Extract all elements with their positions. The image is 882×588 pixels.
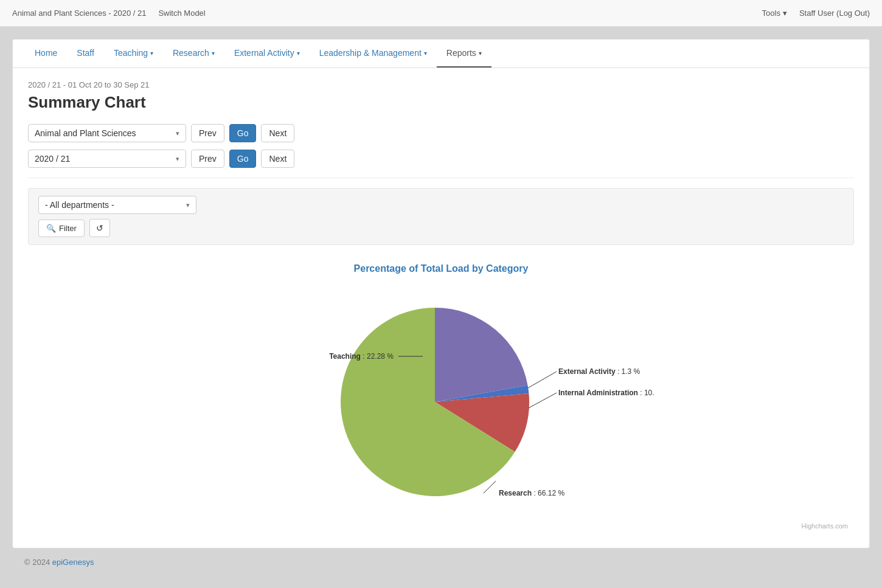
- filter-buttons-row: 🔍 Filter ↺: [38, 219, 844, 237]
- research-caret-icon: ▾: [212, 50, 215, 57]
- tab-teaching[interactable]: Teaching ▾: [104, 40, 163, 67]
- research-label: Research : 66.12 %: [499, 489, 564, 497]
- department-filter-row: Animal and Plant Sciences ▾ Prev Go Next: [28, 124, 854, 142]
- dept-prev-button[interactable]: Prev: [191, 124, 224, 142]
- footer: © 2024 epiGenesys: [12, 548, 870, 576]
- main-card: Home Staff Teaching ▾ Research ▾ Externa…: [12, 39, 870, 548]
- teaching-caret-icon: ▾: [150, 50, 153, 57]
- filter-button[interactable]: 🔍 Filter: [38, 220, 85, 237]
- top-bar-right: Tools ▾ Staff User (Log Out): [762, 9, 870, 18]
- teaching-label: Teaching : 22.28 %: [329, 352, 394, 361]
- tab-staff[interactable]: Staff: [67, 40, 104, 67]
- top-bar: Animal and Plant Sciences - 2020 / 21 Sw…: [0, 0, 882, 27]
- tab-reports[interactable]: Reports ▾: [437, 40, 491, 67]
- app-title: Animal and Plant Sciences - 2020 / 21: [12, 9, 146, 18]
- all-departments-select[interactable]: - All departments - ▾: [38, 196, 196, 214]
- switch-model-link[interactable]: Switch Model: [158, 9, 205, 18]
- highcharts-credit: Highcharts.com: [28, 522, 854, 530]
- internal-admin-label-line: [529, 393, 557, 408]
- department-select[interactable]: Animal and Plant Sciences ▾: [28, 124, 186, 142]
- dept-go-button[interactable]: Go: [229, 124, 257, 142]
- tab-leadership[interactable]: Leadership & Management ▾: [310, 40, 437, 67]
- brand-link[interactable]: epiGenesys: [52, 558, 94, 567]
- year-next-button[interactable]: Next: [261, 150, 294, 168]
- year-select-caret-icon: ▾: [176, 155, 179, 163]
- main-wrapper: Home Staff Teaching ▾ Research ▾ Externa…: [0, 27, 882, 588]
- search-icon: 🔍: [46, 224, 56, 233]
- year-go-button[interactable]: Go: [229, 150, 257, 168]
- chart-container: Teaching : 22.28 % External Activity : 1…: [28, 286, 854, 517]
- tools-button[interactable]: Tools ▾: [762, 9, 787, 18]
- page-title: Summary Chart: [28, 93, 854, 112]
- tools-caret-icon: ▾: [783, 9, 787, 18]
- reset-icon: ↺: [96, 223, 103, 233]
- tab-home[interactable]: Home: [25, 40, 67, 67]
- staff-user-button[interactable]: Staff User (Log Out): [799, 9, 870, 18]
- tab-external-activity[interactable]: External Activity ▾: [224, 40, 310, 67]
- nav-tabs: Home Staff Teaching ▾ Research ▾ Externa…: [13, 40, 869, 68]
- dept-select-caret-icon: ▾: [176, 130, 179, 137]
- leadership-caret-icon: ▾: [424, 50, 427, 57]
- all-dept-filter-row: - All departments - ▾: [38, 196, 844, 214]
- filter-section: - All departments - ▾ 🔍 Filter ↺: [28, 188, 854, 245]
- copyright-text: © 2024: [24, 558, 50, 567]
- tab-research[interactable]: Research ▾: [163, 40, 224, 67]
- reports-caret-icon: ▾: [479, 50, 482, 57]
- all-dept-caret-icon: ▾: [186, 201, 190, 209]
- divider: [28, 178, 854, 178]
- external-activity-label: External Activity : 1.3 %: [558, 367, 641, 376]
- top-bar-left: Animal and Plant Sciences - 2020 / 21 Sw…: [12, 9, 206, 18]
- internal-admin-label: Internal Administration : 10.3 %: [558, 389, 654, 397]
- research-label-line: [484, 481, 496, 493]
- chart-section: Percentage of Total Load by Category: [28, 257, 854, 536]
- date-range: 2020 / 21 - 01 Oct 20 to 30 Sep 21: [28, 80, 854, 89]
- external-caret-icon: ▾: [297, 50, 300, 57]
- content-area: 2020 / 21 - 01 Oct 20 to 30 Sep 21 Summa…: [13, 68, 869, 548]
- year-prev-button[interactable]: Prev: [191, 150, 224, 168]
- dept-next-button[interactable]: Next: [261, 124, 294, 142]
- year-select[interactable]: 2020 / 21 ▾: [28, 150, 186, 168]
- pie-chart-svg: Teaching : 22.28 % External Activity : 1…: [228, 286, 654, 505]
- chart-title: Percentage of Total Load by Category: [28, 263, 854, 274]
- reset-button[interactable]: ↺: [89, 219, 110, 237]
- year-filter-row: 2020 / 21 ▾ Prev Go Next: [28, 150, 854, 168]
- external-label-line: [528, 372, 557, 388]
